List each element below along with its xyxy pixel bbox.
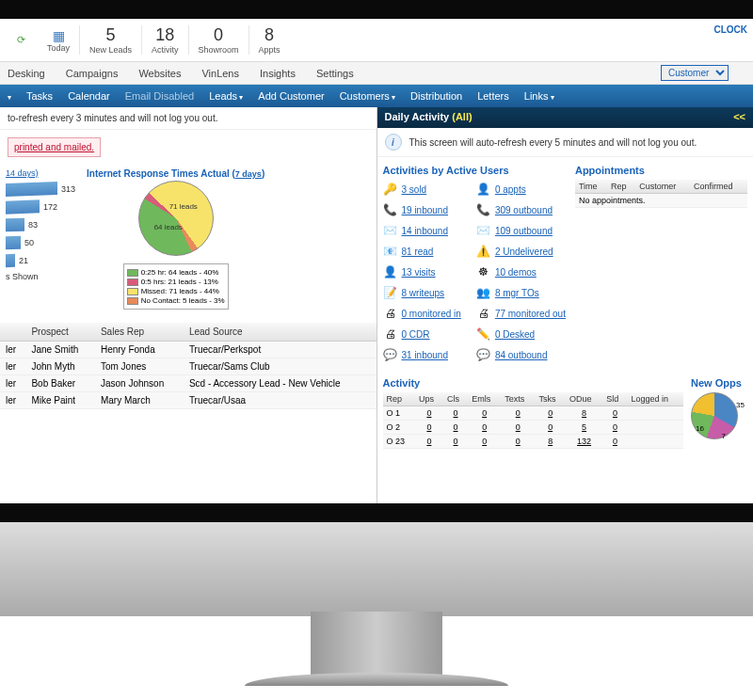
stat-showroom[interactable]: 0Showroom <box>188 25 248 55</box>
bar-chart: 14 days) 313172835021 s Shown <box>6 168 75 310</box>
activity-item[interactable]: 👤13 visits <box>383 262 461 281</box>
bar-row: 172 <box>6 200 75 214</box>
table-row[interactable]: lerMike PaintMary MarchTruecar/Usaa <box>0 392 376 409</box>
nav-settings[interactable]: Settings <box>316 68 354 79</box>
all-filter[interactable]: (All) <box>452 111 472 122</box>
top-stats-bar: ⟳ ▦ Today 5New Leads 18Activity 0Showroo… <box>0 19 753 62</box>
clock-link[interactable]: CLOCK <box>713 24 747 35</box>
right-info-text: This screen will auto-refresh every 5 mi… <box>409 137 697 148</box>
activity-title: Activity <box>383 377 684 389</box>
collapse-button[interactable]: << <box>733 111 745 122</box>
col-salesrep[interactable]: Sales Rep <box>95 323 184 342</box>
activity-item[interactable]: 📞309 outbound <box>476 200 566 219</box>
activity-item[interactable]: 🖨0 CDR <box>383 325 461 343</box>
activity-icon: 💬 <box>383 347 398 362</box>
refresh-icon[interactable]: ⟳ <box>17 34 30 47</box>
today-item[interactable]: ▦ Today <box>38 28 79 53</box>
subnav-links[interactable]: Links <box>524 90 554 102</box>
table-row[interactable]: O 10000080 <box>383 406 684 421</box>
activity-item[interactable]: 🖨77 monitored out <box>476 304 566 323</box>
bar-row: 50 <box>6 236 75 249</box>
table-row[interactable]: lerJane SmithHenry FondaTruecar/Perkspot <box>0 342 376 358</box>
right-info-bar: i This screen will auto-refresh every 5 … <box>377 128 754 157</box>
activity-item[interactable]: 👥8 mgr TOs <box>476 283 566 302</box>
activity-item[interactable]: 👤0 appts <box>476 180 566 199</box>
activity-icon: ✉️ <box>476 223 491 238</box>
activity-item[interactable]: 💬31 inbound <box>383 345 461 364</box>
nav-campaigns[interactable]: Campaigns <box>66 68 119 79</box>
activity-item[interactable]: ☸10 demos <box>476 262 566 281</box>
daily-activity-header: Daily Activity (All) << <box>377 107 754 128</box>
appointments-table: Time Rep Customer Confirmed No appointme… <box>575 180 747 208</box>
activity-icon: 🔑 <box>383 182 398 197</box>
subnav-calendar[interactable]: Calendar <box>68 90 110 102</box>
bar-row: 83 <box>6 218 75 231</box>
left-info-bar: to-refresh every 3 minutes and will not … <box>0 107 376 130</box>
subnav-distribution[interactable]: Distribution <box>410 90 462 102</box>
activity-item[interactable]: ✉️14 inbound <box>383 221 461 240</box>
table-row[interactable]: O 20000050 <box>383 421 684 435</box>
col-prospect[interactable]: Prospect <box>25 323 95 342</box>
pie-legend: 0:25 hr: 64 leads - 40%0:5 hrs: 21 leads… <box>123 263 229 310</box>
table-row[interactable]: O 23000081320 <box>383 435 684 449</box>
nav-websites[interactable]: Websites <box>138 68 181 79</box>
sub-nav: Tasks Calendar Email Disabled Leads Add … <box>0 85 753 107</box>
activity-icon: 🖨 <box>383 326 398 342</box>
calendar-icon: ▦ <box>53 28 65 43</box>
stat-activity[interactable]: 18Activity <box>141 25 188 55</box>
bar-chart-subtitle[interactable]: 14 days) <box>6 168 75 178</box>
activity-icon: 📝 <box>383 285 398 300</box>
activity-icon: 📧 <box>383 244 398 259</box>
subnav-tasks[interactable]: Tasks <box>26 90 53 102</box>
subnav-dropdown[interactable] <box>8 90 11 102</box>
bar-row: 313 <box>6 183 75 196</box>
activity-icon: ✏️ <box>476 326 491 342</box>
newopps-pie: 35 16 7 <box>691 392 738 439</box>
activity-item[interactable]: 🔑3 sold <box>383 180 461 199</box>
info-icon: i <box>385 134 402 151</box>
activity-icon: 💬 <box>476 347 491 362</box>
right-pane: Daily Activity (All) << i This screen wi… <box>377 107 754 503</box>
activity-icon: 👥 <box>476 285 491 300</box>
subnav-leads[interactable]: Leads <box>209 90 243 102</box>
activity-item[interactable]: 📝8 writeups <box>383 283 461 302</box>
activity-icon: ☸ <box>476 264 491 279</box>
activity-item[interactable]: 📧81 read <box>383 242 461 261</box>
pie-graphic: 71 leads 64 leads <box>138 181 214 256</box>
newopps-title: New Opps <box>691 377 747 389</box>
pie-subtitle[interactable]: 7 days <box>235 169 262 179</box>
print-mail-notice[interactable]: printed and mailed. <box>8 137 101 157</box>
activity-table: RepUpsClsEmlsTextsTsksODueSldLogged in O… <box>383 392 684 449</box>
activity-item[interactable]: 💬84 outbound <box>476 345 566 364</box>
activity-item[interactable]: ⚠️2 Undelivered <box>476 242 566 261</box>
activity-icon: 📞 <box>383 202 398 217</box>
activity-icon: ⚠️ <box>476 244 491 259</box>
activity-item[interactable]: 📞19 inbound <box>383 200 461 219</box>
subnav-customers[interactable]: Customers <box>340 90 395 102</box>
activity-icon: 👤 <box>383 264 398 279</box>
nav-desking[interactable]: Desking <box>8 68 45 79</box>
customer-select[interactable]: Customer <box>661 65 729 81</box>
pie-title: Internet Response Times Actual <box>87 168 230 179</box>
nav-vinlens[interactable]: VinLens <box>201 68 239 79</box>
activity-icon: 📞 <box>476 202 491 217</box>
table-row[interactable]: lerJohn MythTom JonesTruecar/Sams Club <box>0 358 376 375</box>
subnav-add-customer[interactable]: Add Customer <box>258 90 324 102</box>
activity-item[interactable]: 🖨0 monitored in <box>383 304 461 323</box>
activity-item[interactable]: ✉️109 outbound <box>476 221 566 240</box>
activity-icon: ✉️ <box>383 223 398 238</box>
col-leadsource[interactable]: Lead Source <box>184 323 376 342</box>
prospects-table: Prospect Sales Rep Lead Source lerJane S… <box>0 323 376 409</box>
stat-new-leads[interactable]: 5New Leads <box>79 25 141 55</box>
subnav-letters[interactable]: Letters <box>477 90 509 102</box>
bar-chart-footer: s Shown <box>6 272 75 281</box>
no-appointments: No appointments. <box>575 194 747 208</box>
table-row[interactable]: lerBob BakerJason JohnsonScd - Accessory… <box>0 375 376 392</box>
today-label: Today <box>47 43 70 53</box>
stat-appts[interactable]: 8Appts <box>248 25 290 55</box>
activity-item[interactable]: ✏️0 Desked <box>476 325 566 343</box>
subnav-email-disabled: Email Disabled <box>125 90 194 102</box>
activity-icon: 🖨 <box>383 306 398 321</box>
nav-insights[interactable]: Insights <box>260 68 296 79</box>
activities-grid: 🔑3 sold👤0 appts📞19 inbound📞309 outbound✉… <box>383 180 566 364</box>
